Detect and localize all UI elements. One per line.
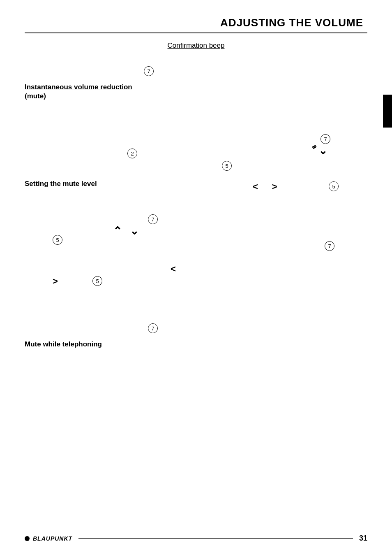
footer-page-number: 31 bbox=[359, 534, 367, 543]
footer-brand-text: BLAUPUNKT bbox=[33, 535, 72, 542]
circle-7-mid-left: 7 bbox=[148, 214, 158, 224]
footer-brand: BLAUPUNKT bbox=[25, 535, 72, 542]
angle-left-center-sym: < bbox=[171, 264, 176, 274]
angle-left-center: < bbox=[171, 264, 176, 274]
page-header: ADJUSTING THE VOLUME bbox=[25, 16, 367, 29]
content-area: 7 Instantaneous volume reduction(mute) 2… bbox=[25, 62, 367, 465]
circle-5-left: 5 bbox=[53, 235, 62, 245]
circle-num-5a: 5 bbox=[222, 161, 232, 171]
circle-num-7b: 7 bbox=[321, 134, 330, 144]
circle-2: 2 bbox=[127, 149, 137, 158]
circle-5-center: 5 bbox=[222, 161, 232, 171]
angle-right-left-sym: > bbox=[53, 276, 58, 286]
circle-num-7a: 7 bbox=[144, 66, 154, 76]
page-title: ADJUSTING THE VOLUME bbox=[25, 16, 363, 29]
circle-7-top: 7 bbox=[144, 66, 154, 76]
circle-num-5b: 5 bbox=[329, 181, 339, 191]
arrows-right-top: ާ ⌄ bbox=[310, 144, 327, 157]
setting-mute-label: Setting the mute level bbox=[25, 179, 97, 188]
footer: BLAUPUNKT 31 bbox=[0, 534, 392, 543]
page-container: ADJUSTING THE VOLUME Confirmation beep 7… bbox=[0, 0, 392, 555]
circle-num-5d: 5 bbox=[92, 276, 102, 286]
arrow-down-right: ⌄ bbox=[318, 144, 327, 157]
circle-5-bottom-left: 5 bbox=[92, 276, 102, 286]
angle-right-left: > bbox=[53, 276, 58, 287]
instantaneous-volume-heading: Instantaneous volume reduction(mute) bbox=[25, 83, 132, 101]
circle-num-2: 2 bbox=[127, 149, 137, 158]
setting-mute-heading: Setting the mute level bbox=[25, 179, 97, 188]
circle-num-7c: 7 bbox=[148, 214, 158, 224]
arrow-up-right: ާ bbox=[310, 144, 311, 157]
header-line bbox=[25, 33, 367, 33]
circle-7-right-mid: 7 bbox=[325, 241, 334, 251]
circle-num-7e: 7 bbox=[148, 323, 158, 333]
circle-5-right: 5 bbox=[329, 181, 339, 191]
footer-dot bbox=[25, 536, 30, 541]
footer-line bbox=[78, 538, 353, 539]
confirmation-beep-heading: Confirmation beep bbox=[25, 42, 367, 50]
arrow-down-left-mid: ⌄ bbox=[130, 225, 139, 237]
mute-telephoning-heading: Mute while telephoning bbox=[25, 340, 102, 349]
circle-7-bottom: 7 bbox=[148, 323, 158, 333]
angle-left-right: < bbox=[253, 181, 258, 192]
angle-right-right: > bbox=[272, 181, 277, 192]
angle-brackets-right: < > bbox=[253, 181, 277, 192]
arrows-left-mid: ⌃ ⌄ bbox=[113, 225, 139, 237]
circle-num-5c: 5 bbox=[53, 235, 62, 245]
arrow-up-left-mid: ⌃ bbox=[113, 225, 122, 237]
circle-7-right-top: 7 bbox=[321, 134, 330, 144]
right-tab bbox=[383, 95, 392, 128]
mute-telephoning-label: Mute while telephoning bbox=[25, 340, 102, 349]
circle-num-7d: 7 bbox=[325, 241, 334, 251]
instantaneous-volume-label: Instantaneous volume reduction(mute) bbox=[25, 83, 132, 101]
